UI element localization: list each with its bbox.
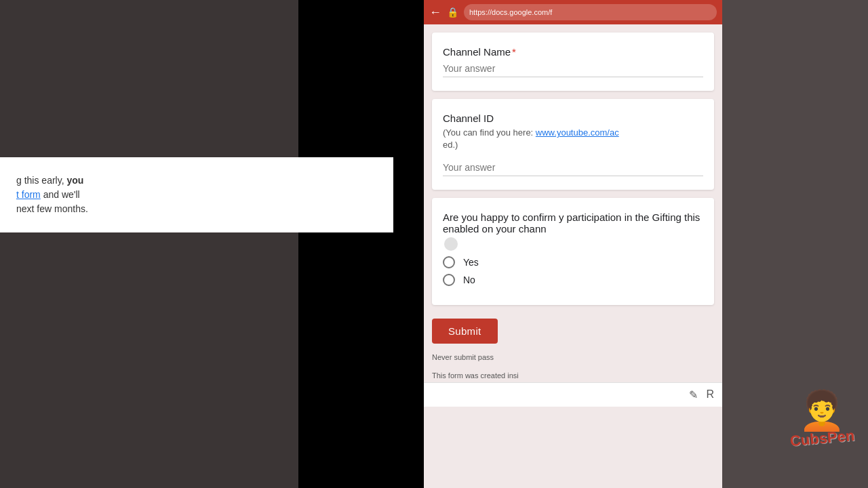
ghost-radio-indicator bbox=[444, 237, 458, 251]
confirmation-label: Are you happy to confirm y participation… bbox=[443, 211, 703, 235]
form-content[interactable]: Channel Name* Channel ID (You can find y… bbox=[424, 24, 722, 488]
lock-icon: 🔒 bbox=[447, 7, 458, 18]
report-label[interactable]: R bbox=[706, 388, 714, 401]
channel-id-card: Channel ID (You can find you here: www.y… bbox=[432, 99, 714, 190]
avatar-emoji: 🧑‍🦱 bbox=[790, 392, 854, 430]
radio-yes-circle bbox=[443, 256, 455, 268]
pencil-icon[interactable]: ✎ bbox=[689, 388, 698, 401]
url-text: https://docs.google.com/f bbox=[469, 8, 552, 16]
channel-name-input[interactable] bbox=[443, 60, 703, 77]
back-button[interactable]: ← bbox=[429, 5, 441, 20]
channel-name-card: Channel Name* bbox=[432, 33, 714, 91]
channel-name-label: Channel Name* bbox=[443, 46, 703, 58]
footer-text1: Never submit pass bbox=[432, 353, 494, 361]
confirmation-card: Are you happy to confirm y participation… bbox=[432, 198, 714, 305]
browser-bar: ← 🔒 https://docs.google.com/f bbox=[424, 0, 722, 24]
url-bar: https://docs.google.com/f bbox=[464, 4, 717, 20]
form-link[interactable]: t form bbox=[16, 189, 41, 200]
radio-no-label: No bbox=[463, 274, 475, 285]
channel-name-label-text: Channel Name bbox=[443, 46, 511, 58]
form-created-text: This form was created insi bbox=[432, 371, 519, 380]
watermark-text: CubsPen bbox=[789, 427, 855, 450]
left-content-card: g this early, you t form and we'll next … bbox=[0, 157, 393, 232]
left-panel: g this early, you t form and we'll next … bbox=[0, 0, 298, 488]
radio-yes[interactable]: Yes bbox=[443, 256, 703, 268]
channel-id-link[interactable]: www.youtube.com/ac bbox=[536, 127, 619, 138]
phone-form: ← 🔒 https://docs.google.com/f Channel Na… bbox=[424, 0, 722, 488]
radio-yes-label: Yes bbox=[463, 257, 479, 268]
left-overlay bbox=[0, 0, 298, 488]
watermark-container: 🧑‍🦱 CubsPen bbox=[790, 392, 854, 447]
submit-area: Submit bbox=[424, 313, 722, 346]
form-created: This form was created insi bbox=[424, 369, 722, 382]
bottom-bar: ✎ R bbox=[424, 382, 722, 407]
submit-button[interactable]: Submit bbox=[432, 319, 498, 344]
radio-no-circle bbox=[443, 274, 455, 286]
right-panel: ← 🔒 https://docs.google.com/f Channel Na… bbox=[570, 0, 868, 488]
radio-no[interactable]: No bbox=[443, 274, 703, 286]
bold-you: you bbox=[66, 175, 83, 186]
channel-id-input[interactable] bbox=[443, 159, 703, 176]
channel-id-label-text: Channel ID bbox=[443, 113, 494, 124]
form-footer: Never submit pass bbox=[424, 346, 722, 369]
channel-id-sublabel: (You can find you here: www.youtube.com/… bbox=[443, 127, 703, 151]
left-card-text: g this early, you t form and we'll next … bbox=[16, 174, 374, 216]
channel-id-label: Channel ID bbox=[443, 113, 703, 124]
channel-name-required: * bbox=[512, 46, 516, 58]
